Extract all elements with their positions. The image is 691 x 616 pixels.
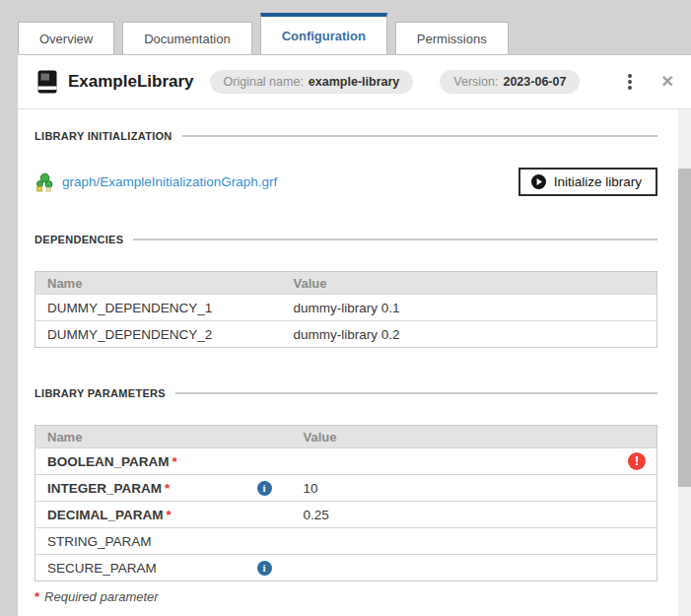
parameter-row[interactable]: DECIMAL_PARAM* 0.25 [35,502,657,528]
table-row: DUMMY_DEPENDENCY_2 dummy-library 0.2 [35,321,657,348]
parameter-row[interactable]: INTEGER_PARAM* i 10 [35,475,657,502]
required-asterisk: * [167,508,172,522]
table-row: DUMMY_DEPENDENCY_1 dummy-library 0.1 [35,295,657,321]
parameter-info-cell [238,448,292,475]
parameter-value-cell[interactable]: ! [292,448,657,475]
error-icon[interactable]: ! [628,452,646,470]
dependencies-rows: DUMMY_DEPENDENCY_1 dummy-library 0.1 DUM… [35,295,657,348]
section-divider [182,135,657,137]
library-book-icon [37,70,57,94]
info-icon[interactable]: i [257,481,272,496]
version-badge: Version: 2023-06-07 [440,70,580,94]
tab-permissions[interactable]: Permissions [395,22,509,54]
badge-value: 2023-06-07 [503,75,566,89]
library-parameters-table: Name Value BOOLEAN_PARAM* ! INTEGER_PARA… [35,425,657,582]
page-title: ExampleLibrary [68,72,194,92]
parameter-value-cell[interactable]: 0.25 [292,502,657,528]
table-header-row: Name Value [35,272,657,295]
section-dependencies: DEPENDENCIES [35,234,657,245]
table-header-row: Name Value [35,426,657,448]
section-divider [175,392,657,394]
close-icon[interactable]: ✕ [661,74,674,90]
graph-icon [35,172,54,192]
badge-value: example-library [309,75,399,89]
dependency-value-cell: dummy-library 0.1 [282,295,657,321]
column-header-name: Name [35,426,238,448]
initialize-library-button[interactable]: Initialize library [518,168,657,196]
parameter-name-cell: DECIMAL_PARAM* [35,502,238,528]
dependency-name-cell: DUMMY_DEPENDENCY_1 [35,295,282,321]
original-name-badge: Original name: example-library [210,70,414,94]
library-parameters-rows: BOOLEAN_PARAM* ! INTEGER_PARAM* i 10 DEC… [35,448,657,582]
required-parameter-footnote: *Required parameter [35,589,657,604]
dependency-name-cell: DUMMY_DEPENDENCY_2 [35,321,282,348]
kebab-menu-icon[interactable] [625,71,635,93]
graph-link-wrap: graph/ExampleInitializationGraph.grf [35,172,277,192]
tab-configuration[interactable]: Configuration [260,13,387,54]
required-asterisk: * [165,481,170,496]
dependencies-table: Name Value DUMMY_DEPENDENCY_1 dummy-libr… [35,271,657,348]
parameter-row[interactable]: SECURE_PARAM i [35,555,657,582]
parameter-info-cell: i [238,475,292,502]
parameter-row[interactable]: BOOLEAN_PARAM* ! [35,448,657,475]
initialization-graph-link[interactable]: graph/ExampleInitializationGraph.grf [62,174,277,189]
initialize-library-label: Initialize library [554,174,642,189]
section-library-initialization: LIBRARY INITIALIZATION [35,130,657,142]
parameter-name-cell: INTEGER_PARAM* [35,475,238,502]
tab-documentation[interactable]: Documentation [122,22,251,54]
scrollbar-thumb[interactable] [678,169,691,487]
section-title: LIBRARY PARAMETERS [35,387,166,399]
parameter-info-cell [238,528,292,555]
info-icon[interactable]: i [257,561,272,576]
parameter-row[interactable]: STRING_PARAM [35,528,657,555]
play-icon [531,174,546,189]
section-divider [133,239,657,240]
parameter-info-cell: i [238,555,292,582]
section-title: LIBRARY INITIALIZATION [35,130,173,142]
section-library-parameters: LIBRARY PARAMETERS [35,387,657,399]
panel-header: ExampleLibrary Original name: example-li… [18,55,691,109]
tab-bar: Overview Documentation Configuration Per… [18,0,509,54]
initialization-row: graph/ExampleInitializationGraph.grf Ini… [35,168,657,196]
parameter-value-cell[interactable]: 10 [292,475,657,502]
required-asterisk: * [35,589,39,604]
dependency-value-cell: dummy-library 0.2 [282,321,657,348]
parameter-value-cell[interactable] [292,555,657,582]
parameter-name-cell: STRING_PARAM [35,528,238,555]
required-asterisk: * [173,454,177,469]
parameter-value-cell[interactable] [292,528,657,555]
footnote-text: Required parameter [44,589,159,604]
page: Overview Documentation Configuration Per… [0,0,691,616]
section-title: DEPENDENCIES [35,234,123,245]
column-header-value: Value [292,426,657,448]
parameter-name-cell: SECURE_PARAM [35,555,238,582]
badge-label: Original name: [224,75,304,89]
parameter-info-cell [238,502,292,528]
panel-content: LIBRARY INITIALIZATION graph/ExampleInit… [35,109,657,604]
badge-label: Version: [453,75,498,89]
parameter-name-cell: BOOLEAN_PARAM* [35,448,238,475]
column-header-name: Name [35,272,282,295]
configuration-panel: ExampleLibrary Original name: example-li… [18,54,691,616]
scrollbar-track[interactable] [678,109,691,616]
column-header-spacer [238,426,292,448]
tab-overview[interactable]: Overview [18,22,114,54]
column-header-value: Value [282,272,657,295]
